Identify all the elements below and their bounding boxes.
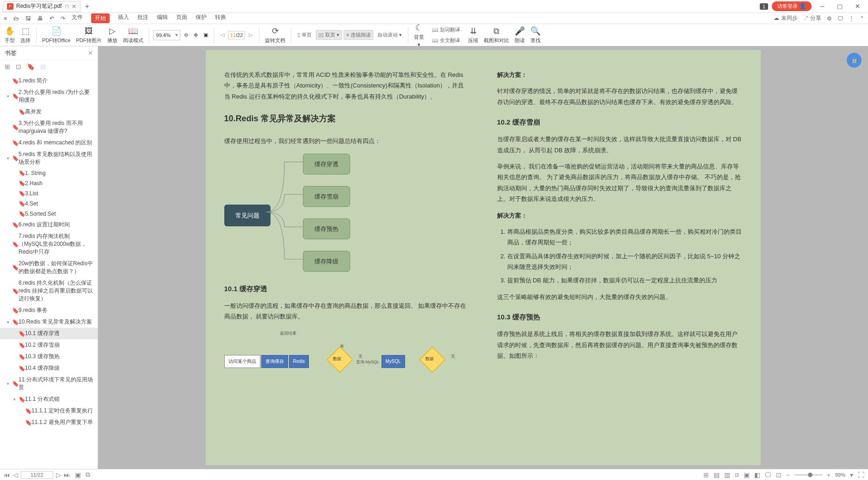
bookmark-item[interactable]: 🔖3.List (0, 188, 98, 199)
bookmark-add-icon[interactable]: ⊞ (5, 63, 10, 70)
bookmark-item[interactable]: ▾🔖5.redis 常见数据结构以及使用场景分析 (0, 149, 98, 168)
bookmark-item[interactable]: 🔖4.Set (0, 199, 98, 209)
menu-保护[interactable]: 保护 (196, 13, 207, 23)
bookmark-item[interactable]: 🔖10.3 缓存预热 (0, 351, 98, 362)
bookmark-tag-icon[interactable]: 🔖 (27, 63, 35, 70)
bookmark-item[interactable]: ▾🔖11.分布式环境下常见的应用场景 (0, 374, 98, 393)
sb-tool-2[interactable]: ▤ (714, 471, 720, 479)
menu-转换[interactable]: 转换 (215, 13, 226, 23)
redo-icon[interactable]: ↷ (61, 15, 65, 22)
bookmark-item[interactable]: 🔖4.redis 和 memcached 的区别 (0, 137, 98, 149)
single-page[interactable]: ▯ 单页 (295, 30, 314, 40)
continuous-read[interactable]: ≡ 连续阅读 (344, 30, 373, 40)
bookmark-item[interactable]: 🔖10.4 缓存降级 (0, 362, 98, 374)
bookmark-item[interactable]: 🔖10.1 缓存穿透 (0, 328, 98, 339)
bookmark-item[interactable]: 🔖8.redis 持久化机制（怎么保证 redis 挂掉之后再重启数据可以进行恢… (0, 277, 98, 305)
pdf-to-image[interactable]: 🖼PDF转图片 (74, 26, 104, 44)
hand-tool[interactable]: ✋手型 (3, 26, 17, 44)
page-prev[interactable]: ◁ (218, 31, 227, 39)
prev-page[interactable]: ◁ (13, 471, 18, 479)
word-translate[interactable]: 📖 划词翻译 (430, 25, 462, 35)
bookmark-item[interactable]: 🔖6.redis 设置过期时间 (0, 219, 98, 231)
read-aloud[interactable]: 🎤朗读 (513, 26, 527, 44)
last-page[interactable]: ⏭ (64, 471, 70, 479)
close-button[interactable]: ✕ (850, 3, 864, 10)
bookmark-item[interactable]: 🔖7.redis 内存淘汰机制（MySQL里有2000w数据，Redis中只存 (0, 231, 98, 258)
bookmark-item[interactable]: 🔖11.1.2 避免用户重复下单 (0, 417, 98, 428)
fullscreen-icon[interactable]: ⛶ (858, 471, 864, 479)
zoom-dropdown[interactable]: ▾ (850, 471, 853, 479)
bookmark-nested-icon[interactable]: ⊡ (16, 63, 21, 70)
full-translate[interactable]: 📖 全文翻译 (430, 36, 462, 45)
select-tool[interactable]: ⬚选择 (18, 26, 32, 44)
page-input[interactable]: 11/22 (228, 31, 246, 39)
zoom-out[interactable]: ⊖ (182, 32, 190, 38)
folder-icon[interactable]: 🗁 (13, 15, 19, 22)
bookmark-item[interactable]: 🔖1. String (0, 168, 98, 178)
zoom-in[interactable]: ⊕ (192, 32, 200, 38)
save-icon[interactable]: 🖫 (25, 15, 31, 22)
undo-icon[interactable]: ↶ (49, 15, 54, 22)
menu-批注[interactable]: 批注 (137, 13, 148, 23)
next-page[interactable]: ▷ (56, 471, 61, 479)
sb-tool-8[interactable]: ⊡ (776, 471, 782, 479)
minimize-button[interactable]: ─ (815, 3, 829, 10)
new-tab-button[interactable]: + (85, 2, 89, 11)
bookmark-item[interactable]: ▾🔖10.Redis 常见异常及解决方案 (0, 316, 98, 328)
sync-status[interactable]: ☁ 未同步 (774, 14, 797, 22)
share-button[interactable]: ↗ 分享 (803, 14, 821, 22)
bookmark-item[interactable]: ▾🔖2.为什么要用 redis /为什么要用缓存 (0, 87, 98, 106)
bookmark-item[interactable]: 🔖5.Sorted Set (0, 209, 98, 219)
notification-badge[interactable]: 1 (760, 3, 768, 10)
sidebar-close[interactable]: ✕ (88, 50, 93, 56)
menu-编辑[interactable]: 编辑 (157, 13, 168, 23)
sb-tool-6[interactable]: ◧ (754, 471, 760, 479)
menu-插入[interactable]: 插入 (118, 13, 129, 23)
page-next[interactable]: ▷ (246, 31, 255, 39)
zoom-out-status[interactable]: − (786, 471, 790, 479)
compress-tool[interactable]: ⇊压缩 (466, 26, 480, 44)
file-tab[interactable]: P Redis学习笔记.pdf ⊓ ✕ (3, 1, 80, 12)
zoom-slider[interactable] (794, 474, 822, 476)
device-icon[interactable]: 🖵 (837, 15, 843, 22)
bookmark-item[interactable]: 🔖1.redis 简介 (0, 75, 98, 87)
menu-页面[interactable]: 页面 (176, 13, 187, 23)
read-mode-tool[interactable]: 📖阅读模式 (121, 26, 145, 44)
bookmark-item[interactable]: 🔖3.为什么要用 redis 而不用 map/guava 做缓存? (0, 118, 98, 137)
menu-文件[interactable]: 文件 (72, 13, 83, 23)
rotate-tool[interactable]: ⟳旋转文档 (263, 26, 287, 44)
bookmark-item[interactable]: 🔖高并发 (0, 106, 98, 118)
view-mode-2[interactable]: ⧉ (86, 471, 90, 479)
bookmark-item[interactable]: 🔖9.redis 事务 (0, 305, 98, 316)
sb-tool-7[interactable]: 🖵 (765, 471, 771, 479)
bookmark-item[interactable]: ▾🔖11.1 分布式锁 (0, 393, 98, 405)
zoom-select[interactable]: 99.4%▾ (153, 30, 180, 40)
menu-开始[interactable]: 开始 (91, 13, 110, 23)
zoom-in-status[interactable]: + (827, 471, 831, 479)
login-button[interactable]: 访客登录👤 (772, 1, 812, 11)
collapse-icon[interactable]: ⌃ (860, 15, 864, 22)
assistant-float-button[interactable]: 🤖 (847, 53, 862, 68)
auto-scroll[interactable]: 自动滚动 ▾ (375, 30, 404, 40)
diff-tool[interactable]: ⧉截图和对比 (482, 26, 511, 44)
more-icon[interactable]: ⋮ (849, 15, 854, 22)
view-mode-1[interactable]: ▣ (75, 471, 81, 479)
bookmark-item[interactable]: 🔖11.1.1 定时任务重复执行 (0, 405, 98, 417)
pdf-to-office[interactable]: 📄PDF转Office (40, 26, 73, 44)
play-tool[interactable]: ▷播放 (105, 26, 119, 44)
tab-pin-icon[interactable]: ⊓ (65, 3, 69, 10)
fit-page[interactable]: ▣ (202, 32, 210, 38)
background-tool[interactable]: ☾背景 ▾ (412, 23, 426, 48)
settings-icon[interactable]: ⚙ (827, 15, 832, 22)
bookmark-item[interactable]: 🔖2.Hash (0, 178, 98, 188)
tab-close[interactable]: ✕ (72, 3, 76, 10)
maximize-button[interactable]: ▢ (833, 3, 847, 10)
status-page[interactable]: 11/22 (21, 471, 53, 479)
print-icon[interactable]: 🖶 (37, 15, 43, 22)
sb-tool-5[interactable]: ▣ (744, 471, 750, 479)
first-page[interactable]: ⏮ (4, 471, 10, 479)
bookmark-item[interactable]: 🔖10.2 缓存雪崩 (0, 339, 98, 351)
bookmark-collapse-icon[interactable]: ⊟ (40, 63, 46, 70)
find-tool[interactable]: 🔍查找 (529, 26, 542, 44)
menu-triple[interactable]: ≡ (4, 15, 7, 22)
